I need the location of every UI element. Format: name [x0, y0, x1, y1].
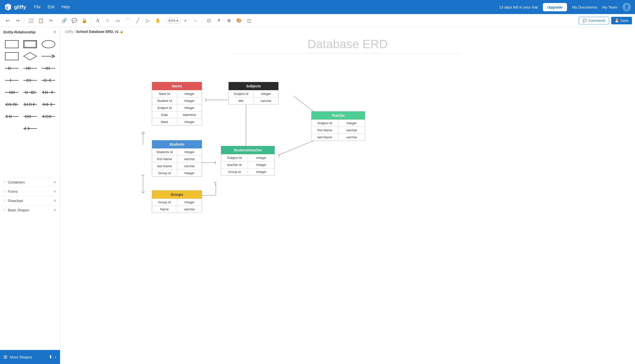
- marks-row-2: Student Id Integer: [152, 97, 202, 104]
- cut-button[interactable]: ✂: [46, 16, 55, 25]
- svg-text:g: g: [6, 6, 8, 9]
- students-header: Students: [152, 140, 202, 148]
- teacher-row-1: Subject Id Integer: [311, 119, 365, 127]
- many-many[interactable]: [41, 64, 56, 73]
- paste-button[interactable]: 📋: [36, 16, 45, 25]
- basic-shapes-close-icon[interactable]: ✕: [53, 208, 56, 212]
- containers-close-icon[interactable]: ✕: [53, 180, 56, 184]
- my-documents-link[interactable]: My Documents: [572, 5, 597, 9]
- rect-button[interactable]: ▭: [113, 16, 122, 25]
- chevron-left-icon: ‹: [55, 354, 56, 360]
- toolbar-separator-5: [202, 17, 202, 24]
- students-table[interactable]: Students Students Id Integer first Name …: [152, 140, 202, 177]
- entity-shape[interactable]: [4, 40, 19, 49]
- text-button[interactable]: A: [93, 16, 102, 25]
- subjects-table[interactable]: Subjects Subject Id Integer title varcha…: [228, 82, 279, 104]
- redo-button[interactable]: ↪: [13, 16, 22, 25]
- my-team-link[interactable]: My Team: [602, 5, 617, 9]
- pan-button[interactable]: ✋: [153, 16, 162, 25]
- svg-line-94: [205, 98, 207, 100]
- svg-rect-6: [5, 52, 18, 60]
- select-button[interactable]: ▷: [143, 16, 152, 25]
- sidebar-close-icon[interactable]: ✕: [53, 30, 56, 34]
- layers-button[interactable]: ◫: [244, 16, 253, 25]
- comments-button[interactable]: 💬 Comments: [579, 17, 609, 24]
- erd-many-opt[interactable]: [41, 76, 56, 85]
- flowchart-close-icon[interactable]: ✕: [53, 199, 56, 203]
- undo-button[interactable]: ↩: [3, 16, 12, 25]
- toolbar-right: 💬 Comments 💾 Save: [579, 17, 632, 24]
- more-shapes-button[interactable]: ⊞ More Shapes ⬇ ‹: [0, 350, 60, 364]
- teacher-table[interactable]: Teacher Subject Id Integer first Name va…: [311, 111, 365, 141]
- save-button[interactable]: 💾 Save: [611, 17, 632, 24]
- circle-button[interactable]: ○: [103, 16, 112, 25]
- link-button[interactable]: 🔗: [60, 16, 69, 25]
- connectors-svg: [60, 27, 635, 364]
- shape-row-5: [3, 88, 57, 97]
- erd-n10[interactable]: [23, 112, 38, 121]
- top-navigation: g gliffy File Edit Help 13 days left in …: [0, 0, 635, 14]
- edit-menu[interactable]: Edit: [45, 3, 58, 11]
- erd-n6[interactable]: [4, 100, 19, 109]
- sidebar: Entity-Relationship ✕: [0, 27, 60, 364]
- logo[interactable]: g gliffy: [4, 3, 26, 11]
- many-mandatory[interactable]: [23, 64, 38, 73]
- line-button[interactable]: ╱: [133, 16, 142, 25]
- zoom-value: 81%: [168, 19, 175, 23]
- erd-crow-many-opt[interactable]: [23, 88, 38, 97]
- copy-button[interactable]: ⬜: [26, 16, 35, 25]
- forms-close-icon[interactable]: ✕: [53, 190, 56, 194]
- shape-row-1: [3, 40, 57, 49]
- zoom-out-button[interactable]: －: [191, 16, 200, 25]
- zoom-in-button[interactable]: ＋: [181, 16, 190, 25]
- diamond-shape[interactable]: [23, 52, 38, 61]
- weak-entity-shape[interactable]: [23, 40, 38, 49]
- students-row-3: last Name varchar: [152, 162, 202, 169]
- breadcrumb-parent[interactable]: Gliffy: [65, 30, 73, 34]
- marks-table[interactable]: Marks Mark Id Integer Student Id Integer…: [152, 82, 202, 126]
- erd-one[interactable]: [4, 76, 19, 85]
- color-button[interactable]: 🎨: [234, 16, 243, 25]
- path-button[interactable]: ⌒: [123, 16, 132, 25]
- lock-button[interactable]: 🔒: [80, 16, 89, 25]
- sidebar-section-forms[interactable]: ⠿ Forms ✕: [0, 187, 60, 196]
- shape-row-7: [3, 112, 57, 121]
- fit-button[interactable]: ⊡: [204, 16, 213, 25]
- teacher-row-3: last Name varchar: [311, 134, 365, 141]
- students-teacher-table[interactable]: Students/teacher Subject Id Integer teac…: [221, 146, 275, 175]
- one-mandatory[interactable]: [4, 64, 19, 73]
- drag-handle-forms: ⠿: [4, 190, 6, 193]
- comment-button[interactable]: 💬: [70, 16, 79, 25]
- upgrade-button[interactable]: Upgrade: [543, 3, 567, 11]
- erd-n8[interactable]: [41, 100, 56, 109]
- ellipse-shape[interactable]: [41, 40, 56, 49]
- erd-n7[interactable]: [23, 100, 38, 109]
- basic-shapes-label: Basic Shapes: [8, 208, 53, 212]
- zoom-dropdown-icon: ▾: [176, 19, 178, 23]
- st-row-3: Group id Integer: [221, 168, 275, 175]
- erd-n11[interactable]: [41, 112, 56, 121]
- sidebar-section-containers[interactable]: ⠿ Containers ✕: [0, 177, 60, 187]
- erd-crow-one[interactable]: [4, 88, 19, 97]
- grid-button[interactable]: #: [214, 16, 223, 25]
- erd-bowtie[interactable]: [23, 124, 38, 133]
- avatar[interactable]: 👤: [622, 3, 631, 11]
- erd-complex[interactable]: [41, 88, 56, 97]
- line-end-shape[interactable]: [41, 52, 56, 61]
- nav-menu: File Edit Help: [31, 3, 73, 11]
- svg-line-108: [278, 154, 280, 156]
- help-menu[interactable]: Help: [58, 3, 73, 11]
- save-icon: 💾: [615, 19, 619, 23]
- sidebar-section-flowchart[interactable]: ⠿ Flowchart ✕: [0, 196, 60, 205]
- shape-row-6: [3, 100, 57, 109]
- zoom-control[interactable]: 81% ▾: [167, 18, 180, 23]
- breadcrumb-title[interactable]: School Database ERD, v1: [76, 30, 119, 34]
- canvas[interactable]: Gliffy / School Database ERD, v1 🔒 Datab…: [60, 27, 635, 364]
- groups-table[interactable]: Groups Group Id Integer Name varchar: [152, 190, 202, 213]
- erd-n9[interactable]: [4, 112, 19, 121]
- sidebar-section-basic-shapes[interactable]: ⠿ Basic Shapes ✕: [0, 205, 60, 215]
- rect-shape[interactable]: [4, 52, 19, 61]
- file-menu[interactable]: File: [31, 3, 44, 11]
- erd-one-opt[interactable]: [23, 76, 38, 85]
- center-button[interactable]: ⊕: [224, 16, 233, 25]
